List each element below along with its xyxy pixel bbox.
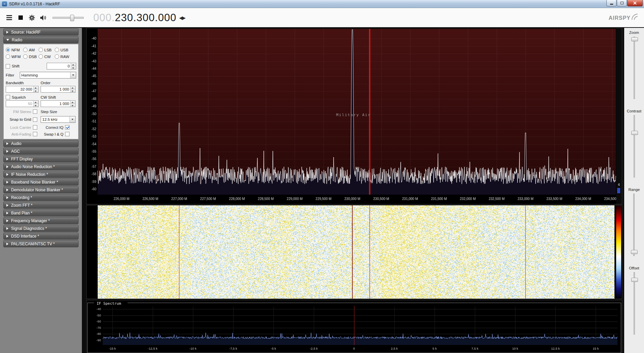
app-icon: ≈ xyxy=(2,1,7,6)
mode-am[interactable]: AM xyxy=(23,48,39,52)
bandwidth-spinner[interactable]: 32 000 xyxy=(6,86,39,93)
minimize-button[interactable] xyxy=(606,0,616,6)
correct-iq-label: Correct IQ xyxy=(46,125,63,130)
swap-iq-checkbox[interactable] xyxy=(65,132,69,136)
fm-stereo-checkbox[interactable] xyxy=(33,109,37,114)
radio-icon xyxy=(39,48,43,52)
radio-icon xyxy=(23,48,28,52)
sidebar: Source: HackRF Radio NFM AM LSB USB WFM … xyxy=(0,28,82,353)
sidebar-item-frequency-manager[interactable]: Frequency Manager * xyxy=(3,217,79,224)
mode-nfm[interactable]: NFM xyxy=(6,48,23,52)
sidebar-item-if-noise-reduction[interactable]: IF Noise Reduction * xyxy=(3,171,79,178)
lock-carrier-label: Lock Carrier xyxy=(10,125,31,130)
dropdown-arrow-icon xyxy=(69,116,75,122)
expand-arrow-icon xyxy=(6,158,8,160)
squelch-spinner: 50 xyxy=(6,100,39,107)
sidebar-item-audio-noise-reduction[interactable]: Audio Noise Reduction * xyxy=(3,163,79,170)
sidebar-item-radio[interactable]: Radio xyxy=(3,36,79,43)
main-content: Source: HackRF Radio NFM AM LSB USB WFM … xyxy=(0,27,644,353)
airspy-swoosh-icon xyxy=(631,12,641,21)
correct-iq-checkbox[interactable] xyxy=(65,125,69,130)
volume-slider-thumb[interactable] xyxy=(70,15,74,21)
sidebar-item-dsd-interface[interactable]: DSD Interface * xyxy=(3,233,79,240)
zoom-slider-thumb[interactable] xyxy=(631,37,638,41)
expand-arrow-icon xyxy=(6,142,8,145)
lock-carrier-checkbox[interactable] xyxy=(33,125,37,130)
sidebar-item-demodulator-noise-blanker[interactable]: Demodulator Noise Blanker * xyxy=(3,186,79,193)
maximize-button[interactable] xyxy=(617,0,627,6)
sidebar-item-signal-diagnostics[interactable]: Signal Diagnostics * xyxy=(3,225,79,232)
sidebar-item-fft-display[interactable]: FFT Display xyxy=(3,155,79,162)
caption-buttons xyxy=(606,0,643,6)
source-panel-label: Source: HackRF xyxy=(11,30,41,35)
menu-button[interactable] xyxy=(5,13,13,22)
mode-lsb[interactable]: LSB xyxy=(39,48,55,52)
frequency-display[interactable]: 000.230.300.000 xyxy=(93,12,177,24)
spin-down-icon[interactable] xyxy=(71,66,76,69)
shift-checkbox[interactable]: Shift xyxy=(6,64,19,68)
mode-wfm[interactable]: WFM xyxy=(6,54,23,59)
zoom-slider[interactable] xyxy=(631,37,638,99)
mode-cw[interactable]: CW xyxy=(39,54,55,59)
window-title: SDR# v1.0.0.1716 - HackRF xyxy=(9,2,60,6)
anti-fading-checkbox[interactable] xyxy=(33,132,37,136)
range-slider[interactable] xyxy=(630,194,638,256)
offset-slider-thumb[interactable] xyxy=(631,278,638,282)
sidebar-item-agc[interactable]: AGC xyxy=(3,148,79,155)
expand-arrow-icon xyxy=(6,227,8,230)
range-slider-thumb[interactable] xyxy=(631,250,638,254)
sidebar-item-band-plan[interactable]: Band Plan * xyxy=(3,209,79,216)
contrast-label: Contrast xyxy=(627,109,641,113)
shift-spinner[interactable]: 0 xyxy=(47,63,76,69)
filter-dropdown[interactable]: Hamming xyxy=(20,72,76,79)
radio-icon xyxy=(6,54,10,59)
expand-arrow-icon xyxy=(6,189,8,191)
squelch-checkbox[interactable]: Squelch xyxy=(6,95,41,99)
expand-arrow-icon xyxy=(6,219,8,222)
audio-button[interactable] xyxy=(39,13,48,22)
mode-raw[interactable]: RAW xyxy=(55,54,70,59)
mode-usb[interactable]: USB xyxy=(55,48,70,52)
gear-icon xyxy=(29,14,35,21)
snap-to-grid-checkbox[interactable] xyxy=(33,117,37,122)
contrast-slider-thumb[interactable] xyxy=(631,131,638,135)
sidebar-item-audio[interactable]: Audio xyxy=(3,140,79,147)
frequency-step-arrows[interactable]: ◀▶ xyxy=(179,15,185,20)
order-spinner[interactable]: 1 000 xyxy=(41,86,76,93)
sidebar-item-baseband-noise-blanker[interactable]: Baseband Noise Blanker * xyxy=(3,179,79,186)
step-size-dropdown[interactable]: 12.5 kHz xyxy=(41,116,76,123)
expand-arrow-icon xyxy=(6,243,8,245)
close-icon xyxy=(633,1,637,5)
offset-label: Offset xyxy=(629,266,639,270)
mode-dsb[interactable]: DSB xyxy=(23,54,39,59)
dropdown-arrow-icon xyxy=(70,72,76,78)
frequency-digits: 230.300.000 xyxy=(115,12,176,24)
radio-icon xyxy=(39,54,43,59)
sidebar-item-recording[interactable]: Recording * xyxy=(3,194,79,201)
sidebar-item-zoom-fft[interactable]: Zoom FFT * xyxy=(3,202,79,209)
radio-icon xyxy=(55,54,59,59)
sidebar-item-pal-secam-ntsc-tv[interactable]: PAL/SECAM/NTSC TV * xyxy=(3,240,79,247)
spectrum-canvas[interactable] xyxy=(86,28,622,204)
range-label: Range xyxy=(629,188,640,192)
sidebar-item-source[interactable]: Source: HackRF xyxy=(3,29,79,36)
volume-slider[interactable] xyxy=(52,17,84,19)
spin-up-icon[interactable] xyxy=(71,63,76,66)
cw-shift-spinner[interactable]: 1 000 xyxy=(41,100,76,107)
snap-to-grid-label: Snap to Grid xyxy=(9,117,31,121)
app-window: ≈ SDR# v1.0.0.1716 - HackRF xyxy=(0,0,644,353)
expand-arrow-icon xyxy=(6,173,8,176)
waterfall-canvas[interactable] xyxy=(86,205,622,299)
maximize-icon xyxy=(621,2,624,4)
anti-fading-label: Anti-Fading xyxy=(11,132,31,136)
expand-arrow-icon xyxy=(6,181,8,184)
offset-slider[interactable] xyxy=(631,272,638,335)
stop-button[interactable] xyxy=(16,13,25,22)
contrast-slider[interactable] xyxy=(631,115,638,178)
settings-button[interactable] xyxy=(28,13,36,22)
close-button[interactable] xyxy=(627,0,643,6)
airspy-logo: AIRSPY xyxy=(608,12,641,21)
expand-arrow-icon xyxy=(6,150,8,153)
frequency-dim-digits: 000. xyxy=(93,12,115,24)
order-label: Order xyxy=(41,81,77,85)
